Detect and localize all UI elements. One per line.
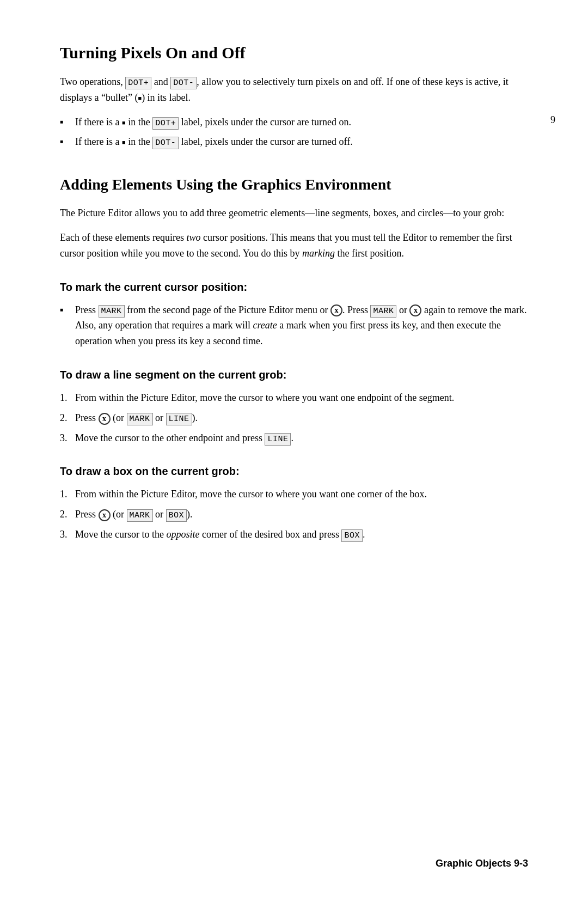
key-circle-x-2: x	[409, 304, 421, 316]
key-dot-plus-2: DOT+	[152, 117, 179, 130]
key-mark-3: MARK	[127, 413, 153, 425]
turning-pixels-bullets: If there is a ■ in the DOT+ label, pixel…	[60, 114, 528, 150]
em-create: create	[253, 320, 277, 331]
page-number: 9	[550, 114, 555, 126]
key-circle-x-4: x	[99, 509, 111, 521]
section-title-turning-pixels: Turning Pixels On and Off	[60, 44, 528, 62]
section-title-adding-elements: Adding Elements Using the Graphics Envir…	[60, 176, 528, 193]
subsection-title-mark-cursor: To mark the current cursor position:	[60, 281, 528, 294]
bullet-mark-cursor: Press MARK from the second page of the P…	[60, 302, 528, 349]
draw-line-step-3: 3. Move the cursor to the other endpoint…	[60, 430, 528, 446]
key-dot-minus-2: DOT-	[152, 137, 179, 149]
bullet-symbol-inline: ■	[138, 95, 142, 101]
key-box-1: BOX	[166, 509, 187, 522]
draw-box-step-3: 3. Move the cursor to the opposite corne…	[60, 527, 528, 543]
key-line-2: LINE	[265, 433, 291, 446]
key-box-2: BOX	[341, 529, 363, 542]
subsection-title-draw-box: To draw a box on the current grob:	[60, 465, 528, 478]
bullet-dot-plus: If there is a ■ in the DOT+ label, pixel…	[60, 114, 528, 130]
mark-cursor-bullets: Press MARK from the second page of the P…	[60, 302, 528, 349]
key-line-1: LINE	[166, 413, 192, 425]
subsection-title-draw-line: To draw a line segment on the current gr…	[60, 369, 528, 381]
key-dot-plus: DOT+	[125, 77, 151, 89]
box-step-num-3: 3.	[60, 527, 68, 543]
step-num-1: 1.	[60, 390, 68, 406]
draw-box-step-1: 1. From within the Picture Editor, move …	[60, 486, 528, 502]
intro-paragraph: Two operations, DOT+ and DOT-, allow you…	[60, 74, 528, 106]
bullet-dot-minus: If there is a ■ in the DOT- label, pixel…	[60, 134, 528, 150]
em-marking: marking	[302, 248, 335, 259]
em-opposite: opposite	[166, 529, 199, 540]
step-num-2: 2.	[60, 410, 68, 426]
page: 9 Turning Pixels On and Off Two operatio…	[0, 0, 588, 902]
bullet-symbol-2: ■	[122, 139, 126, 145]
key-circle-x-1: x	[330, 304, 342, 316]
key-circle-x-3: x	[99, 413, 111, 425]
key-mark-1: MARK	[99, 305, 125, 318]
bullet-symbol-1: ■	[122, 119, 126, 126]
box-step-num-1: 1.	[60, 486, 68, 502]
key-dot-minus: DOT-	[170, 77, 197, 89]
draw-box-steps: 1. From within the Picture Editor, move …	[60, 486, 528, 542]
draw-box-step-2: 2. Press x (or MARK or BOX).	[60, 507, 528, 522]
draw-line-step-2: 2. Press x (or MARK or LINE).	[60, 410, 528, 426]
adding-elements-para1: The Picture Editor allows you to add thr…	[60, 205, 528, 221]
step-num-3: 3.	[60, 430, 68, 446]
draw-line-steps: 1. From within the Picture Editor, move …	[60, 390, 528, 446]
footer: Graphic Objects 9-3	[436, 858, 528, 869]
key-mark-4: MARK	[127, 509, 153, 522]
em-two: two	[186, 232, 200, 243]
key-mark-2: MARK	[370, 305, 396, 318]
draw-line-step-1: 1. From within the Picture Editor, move …	[60, 390, 528, 406]
adding-elements-para2: Each of these elements requires two curs…	[60, 230, 528, 261]
box-step-num-2: 2.	[60, 507, 68, 522]
